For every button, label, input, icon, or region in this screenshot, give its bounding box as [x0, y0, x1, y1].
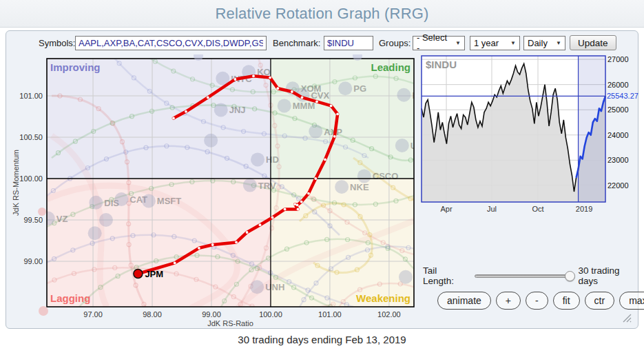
svg-text:Jul: Jul	[487, 205, 497, 213]
svg-text:TRV: TRV	[258, 181, 276, 191]
svg-text:100.50: 100.50	[19, 133, 43, 141]
svg-text:2019: 2019	[576, 205, 592, 213]
groups-select-value: - Select -	[417, 32, 451, 53]
rrg-app: Relative Rotation Graph (RRG) Symbols: B…	[0, 0, 644, 353]
svg-text:100.00: 100.00	[259, 310, 282, 319]
rrg-panel: Symbols: Benchmark: Groups: - Select - ▼…	[6, 30, 638, 329]
tail-length-slider[interactable]	[475, 274, 570, 278]
tail-length-label: Tail Length:	[423, 265, 468, 286]
resize-handle-icon[interactable]	[621, 312, 632, 323]
svg-text:VZ: VZ	[56, 214, 68, 224]
svg-text:Weakening: Weakening	[356, 292, 411, 304]
symbols-input[interactable]	[75, 36, 267, 50]
indu-benchmark-chart[interactable]: $INDU27000260002500024000230002200025543…	[417, 53, 644, 214]
max-button[interactable]: max	[619, 292, 644, 310]
svg-text:UNH: UNH	[265, 282, 284, 292]
benchmark-label: Benchmark:	[273, 35, 320, 50]
svg-text:99.50: 99.50	[23, 216, 43, 224]
svg-text:101.00: 101.00	[318, 310, 342, 319]
jpm-label: JPM	[145, 269, 163, 279]
svg-text:99.00: 99.00	[23, 257, 43, 265]
rrg-quadrant-chart[interactable]: KOINTCJNJXOMCVXMMMPGBAAXPUTXCSCOHDTRVNKE…	[10, 54, 424, 329]
jpm-marker	[134, 270, 143, 279]
svg-text:Apr: Apr	[440, 205, 452, 213]
benchmark-input[interactable]	[324, 36, 373, 50]
indu-current-value: 25543.27	[607, 92, 638, 100]
indu-title: $INDU	[426, 59, 457, 70]
svg-text:MSFT: MSFT	[157, 196, 181, 206]
svg-text:JdK RS-Momentum: JdK RS-Momentum	[12, 150, 20, 216]
groups-select[interactable]: - Select - ▼	[413, 36, 465, 50]
chevron-down-icon: ▼	[455, 40, 461, 46]
period-select[interactable]: 1 year ▼	[470, 36, 520, 50]
svg-text:27000: 27000	[607, 55, 629, 63]
svg-text:PG: PG	[353, 83, 366, 94]
page-header: Relative Rotation Graph (RRG)	[0, 0, 644, 28]
svg-text:MMM: MMM	[293, 101, 315, 111]
period-select-value: 1 year	[474, 38, 499, 48]
page-title: Relative Rotation Graph (RRG)	[215, 5, 428, 23]
frequency-select[interactable]: Daily ▼	[523, 36, 565, 50]
animate-button[interactable]: animate	[437, 292, 491, 310]
tail-length-value: 30 trading days	[579, 265, 638, 286]
svg-text:23000: 23000	[607, 156, 629, 164]
svg-text:Oct: Oct	[532, 205, 543, 213]
svg-text:JdK RS-Ratio: JdK RS-Ratio	[207, 319, 253, 327]
svg-text:101.00: 101.00	[19, 92, 43, 100]
svg-text:22000: 22000	[607, 181, 629, 190]
svg-text:CVX: CVX	[311, 90, 329, 101]
zoom-in-button[interactable]: +	[496, 292, 521, 310]
svg-text:99.00: 99.00	[202, 310, 221, 319]
tail-length-handle[interactable]	[565, 271, 575, 281]
chart-buttons: animate + - fit ctr max	[437, 292, 644, 310]
svg-text:CSCO: CSCO	[373, 171, 399, 181]
frequency-select-value: Daily	[528, 38, 548, 48]
update-button[interactable]: Update	[570, 35, 616, 50]
center-button[interactable]: ctr	[585, 292, 615, 310]
symbols-label: Symbols:	[39, 35, 75, 50]
zoom-out-button[interactable]: -	[526, 292, 548, 310]
toolbar: Symbols: Benchmark: Groups: - Select - ▼…	[6, 35, 638, 50]
tail-length-control: Tail Length: 30 trading days	[423, 270, 638, 282]
chevron-down-icon: ▼	[510, 40, 516, 46]
svg-text:102.00: 102.00	[377, 310, 401, 319]
svg-text:97.00: 97.00	[83, 310, 103, 319]
svg-text:NKE: NKE	[350, 182, 369, 192]
svg-text:98.00: 98.00	[143, 310, 162, 319]
status-caption: 30 trading days ending Feb 13, 2019	[0, 334, 644, 345]
fit-button[interactable]: fit	[553, 292, 580, 310]
svg-text:Improving: Improving	[50, 61, 101, 73]
groups-label: Groups:	[379, 35, 411, 50]
svg-text:25000: 25000	[607, 105, 629, 114]
svg-text:Lagging: Lagging	[50, 292, 90, 304]
svg-text:HD: HD	[266, 154, 279, 165]
svg-text:26000: 26000	[607, 81, 629, 89]
svg-text:JNJ: JNJ	[229, 105, 246, 115]
svg-text:100.00: 100.00	[19, 174, 43, 183]
svg-text:24000: 24000	[607, 131, 629, 139]
chevron-down-icon: ▼	[556, 40, 561, 46]
svg-text:IBM: IBM	[414, 272, 424, 283]
svg-text:Leading: Leading	[371, 61, 411, 73]
